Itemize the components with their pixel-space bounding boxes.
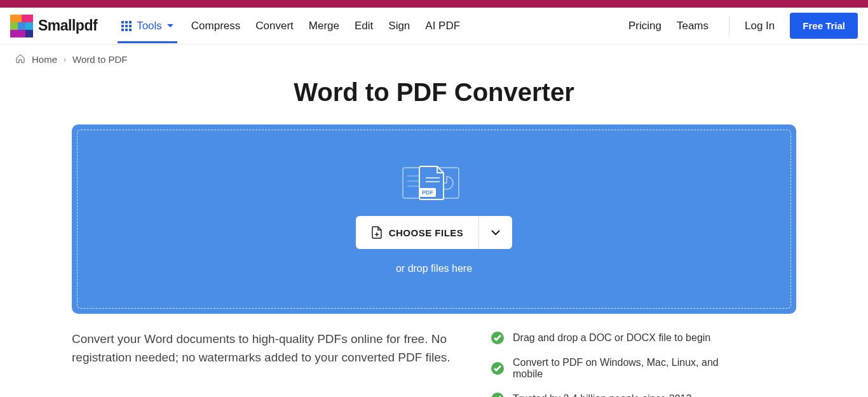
tools-label: Tools	[137, 20, 162, 32]
below-section: Convert your Word documents to high-qual…	[72, 330, 796, 397]
check-circle-icon	[491, 332, 504, 344]
svg-text:PDF: PDF	[422, 189, 434, 196]
header-right: Pricing Teams Log In Free Trial	[628, 13, 858, 39]
chevron-down-icon	[491, 229, 501, 236]
chevron-right-icon: ›	[64, 55, 66, 64]
nav-pricing[interactable]: Pricing	[628, 20, 661, 32]
primary-nav: Compress Convert Merge Edit Sign AI PDF	[191, 20, 460, 32]
logo[interactable]: Smallpdf	[10, 15, 97, 37]
logo-icon	[10, 15, 33, 37]
login-button[interactable]: Log In	[745, 20, 775, 32]
choose-files-button[interactable]: CHOOSE FILES	[356, 216, 480, 249]
nav-edit[interactable]: Edit	[355, 20, 373, 32]
chevron-down-icon	[167, 24, 173, 27]
divider	[729, 15, 729, 37]
file-stack-icon: PDF	[402, 164, 466, 202]
tools-dropdown[interactable]: Tools	[118, 9, 177, 43]
list-item: Drag and drop a DOC or DOCX file to begi…	[491, 332, 745, 344]
choose-files-dropdown[interactable]	[479, 216, 512, 249]
nav-compress[interactable]: Compress	[191, 20, 240, 32]
brand-name: Smallpdf	[38, 17, 97, 34]
promo-bar	[0, 0, 868, 8]
breadcrumb-home[interactable]: Home	[32, 54, 57, 65]
description: Convert your Word documents to high-qual…	[72, 330, 466, 397]
choose-files-label: CHOOSE FILES	[389, 227, 464, 238]
grid-icon	[121, 21, 132, 31]
nav-sign[interactable]: Sign	[388, 20, 410, 32]
list-item: Convert to PDF on Windows, Mac, Linux, a…	[491, 357, 745, 380]
check-circle-icon	[491, 362, 504, 375]
nav-merge[interactable]: Merge	[309, 20, 339, 32]
feature-text: Convert to PDF on Windows, Mac, Linux, a…	[513, 357, 745, 380]
nav-teams[interactable]: Teams	[677, 20, 709, 32]
file-plus-icon	[371, 226, 383, 239]
nav-convert[interactable]: Convert	[255, 20, 294, 32]
choose-files-group: CHOOSE FILES	[356, 216, 513, 249]
nav-aipdf[interactable]: AI PDF	[425, 20, 460, 32]
features-list: Drag and drop a DOC or DOCX file to begi…	[491, 332, 745, 397]
check-circle-icon	[491, 393, 504, 397]
main-header: Smallpdf Tools Compress Convert Merge Ed…	[0, 8, 868, 44]
breadcrumb: Home › Word to PDF	[0, 44, 868, 74]
free-trial-button[interactable]: Free Trial	[790, 13, 858, 39]
page-title: Word to PDF Converter	[0, 78, 868, 107]
home-icon[interactable]	[15, 53, 25, 65]
drop-hint: or drop files here	[396, 263, 472, 274]
feature-text: Drag and drop a DOC or DOCX file to begi…	[513, 332, 710, 344]
breadcrumb-current: Word to PDF	[72, 54, 127, 65]
list-item: Trusted by 2.4 billion people since 2013	[491, 393, 745, 397]
file-dropzone[interactable]: PDF CHOOSE FILES or drop files here	[72, 124, 796, 314]
feature-text: Trusted by 2.4 billion people since 2013	[513, 393, 691, 397]
